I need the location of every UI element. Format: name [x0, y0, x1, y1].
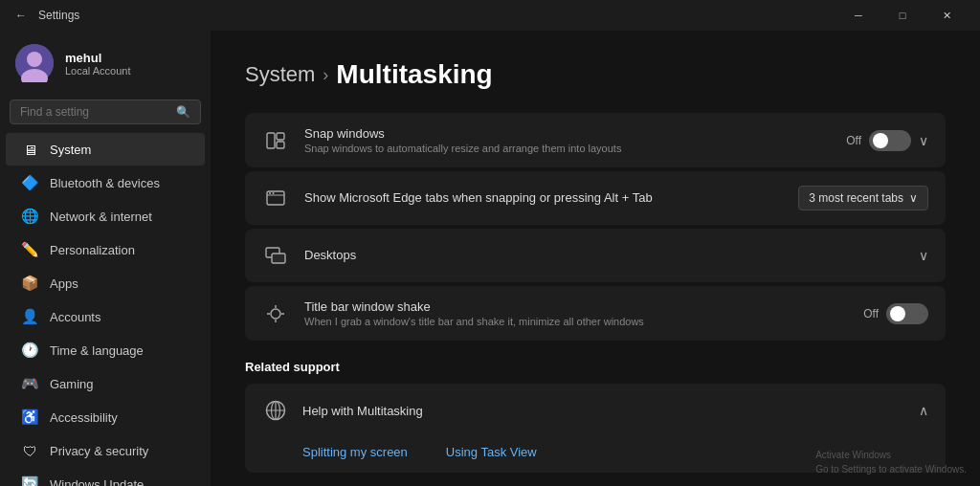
close-button[interactable]: ✕	[924, 0, 969, 31]
setting-control-snap-windows: Off ∨	[846, 130, 928, 151]
sidebar-item-time[interactable]: 🕐 Time & language	[6, 334, 205, 366]
back-button[interactable]: ←	[11, 6, 31, 25]
svg-rect-4	[277, 133, 284, 140]
chevron-snap-windows[interactable]: ∨	[919, 133, 928, 148]
nav-icon-bluetooth: 🔷	[21, 174, 38, 191]
setting-title-snap-windows: Snap windows	[304, 126, 831, 141]
titlebar-title: Settings	[38, 9, 836, 22]
content-area: System › Multitasking Snap windows Snap …	[211, 31, 980, 486]
support-link-1[interactable]: Using Task View	[446, 445, 537, 459]
nav-label-gaming: Gaming	[50, 377, 94, 391]
svg-rect-11	[272, 254, 285, 263]
dropdown-value-edge-tabs: 3 most recent tabs	[809, 191, 903, 205]
search-input[interactable]	[20, 105, 168, 119]
activate-line2: Go to Settings to activate Windows.	[815, 462, 967, 476]
support-header[interactable]: Help with Multitasking ∧	[245, 384, 946, 437]
setting-row-desktops[interactable]: Desktops ∨	[245, 229, 946, 282]
search-box[interactable]: 🔍	[10, 99, 201, 124]
settings-list: Snap windows Snap windows to automatical…	[245, 113, 946, 341]
breadcrumb-current: Multitasking	[336, 59, 492, 90]
nav-icon-accounts: 👤	[21, 308, 38, 325]
setting-title-title-bar-shake: Title bar window shake	[304, 299, 848, 314]
nav-label-network: Network & internet	[50, 210, 152, 224]
setting-icon-title-bar-shake	[262, 300, 289, 327]
setting-icon-snap-windows	[262, 127, 289, 154]
toggle-thumb-snap-windows	[873, 133, 888, 148]
toggle-title-bar-shake[interactable]	[886, 303, 928, 324]
setting-text-snap-windows: Snap windows Snap windows to automatical…	[304, 126, 831, 154]
sidebar-item-bluetooth[interactable]: 🔷 Bluetooth & devices	[6, 166, 205, 199]
titlebar: ← Settings ─ □ ✕	[0, 0, 980, 31]
sidebar-nav: 🖥 System 🔷 Bluetooth & devices 🌐 Network…	[0, 132, 211, 486]
breadcrumb-separator: ›	[323, 65, 328, 85]
globe-icon	[262, 397, 289, 424]
setting-icon-edge-tabs	[262, 185, 289, 211]
user-name: mehul	[65, 51, 131, 65]
nav-icon-apps: 📦	[21, 275, 38, 292]
chevron-desktops[interactable]: ∨	[919, 248, 928, 263]
avatar[interactable]	[15, 44, 54, 82]
user-section: mehul Local Account	[0, 31, 211, 96]
setting-text-desktops: Desktops	[304, 248, 903, 264]
nav-icon-personalization: ✏️	[21, 241, 38, 258]
nav-icon-system: 🖥	[21, 141, 38, 158]
svg-point-1	[27, 52, 42, 67]
setting-desc-title-bar-shake: When I grab a window's title bar and sha…	[304, 316, 848, 327]
main-layout: mehul Local Account 🔍 🖥 System 🔷 Bluetoo…	[0, 31, 980, 486]
nav-label-time: Time & language	[50, 343, 144, 358]
setting-card-title-bar-shake: Title bar window shake When I grab a win…	[245, 286, 946, 341]
sidebar-item-accounts[interactable]: 👤 Accounts	[6, 300, 205, 333]
sidebar-item-network[interactable]: 🌐 Network & internet	[6, 200, 205, 232]
nav-label-windows-update: Windows Update	[50, 477, 144, 487]
toggle-label-snap-windows: Off	[846, 134, 861, 147]
sidebar-item-privacy[interactable]: 🛡 Privacy & security	[6, 434, 205, 467]
nav-label-personalization: Personalization	[50, 243, 135, 257]
sidebar-item-personalization[interactable]: ✏️ Personalization	[6, 233, 205, 266]
svg-point-8	[269, 192, 271, 194]
search-icon: 🔍	[176, 105, 190, 119]
setting-text-title-bar-shake: Title bar window shake When I grab a win…	[304, 299, 848, 327]
sidebar-item-windows-update[interactable]: 🔄 Windows Update	[6, 468, 205, 486]
sidebar-item-gaming[interactable]: 🎮 Gaming	[6, 367, 205, 400]
nav-icon-time: 🕐	[21, 342, 38, 359]
toggle-label-title-bar-shake: Off	[863, 307, 879, 320]
setting-row-title-bar-shake[interactable]: Title bar window shake When I grab a win…	[245, 286, 946, 341]
setting-card-desktops: Desktops ∨	[245, 229, 946, 282]
toggle-thumb-title-bar-shake	[890, 306, 905, 321]
support-link-0[interactable]: Splitting my screen	[302, 445, 408, 459]
sidebar: mehul Local Account 🔍 🖥 System 🔷 Bluetoo…	[0, 31, 211, 486]
setting-title-desktops: Desktops	[304, 248, 903, 262]
related-support-title: Related support	[245, 360, 946, 374]
titlebar-controls: ─ □ ✕	[836, 0, 969, 31]
setting-row-edge-tabs[interactable]: Show Microsoft Edge tabs when snapping o…	[245, 171, 946, 225]
maximize-button[interactable]: □	[880, 0, 924, 31]
dropdown-edge-tabs[interactable]: 3 most recent tabs ∨	[798, 186, 928, 210]
nav-label-system: System	[50, 143, 91, 157]
activate-line1: Activate Windows	[815, 448, 967, 462]
nav-label-accessibility: Accessibility	[50, 410, 118, 425]
setting-card-snap-windows: Snap windows Snap windows to automatical…	[245, 113, 946, 167]
nav-label-accounts: Accounts	[50, 310, 100, 324]
nav-label-privacy: Privacy & security	[50, 444, 148, 458]
setting-title-edge-tabs: Show Microsoft Edge tabs when snapping o…	[304, 190, 783, 205]
setting-text-edge-tabs: Show Microsoft Edge tabs when snapping o…	[304, 190, 783, 207]
dropdown-chevron-edge-tabs: ∨	[909, 191, 918, 205]
svg-point-12	[271, 309, 280, 319]
setting-card-edge-tabs: Show Microsoft Edge tabs when snapping o…	[245, 171, 946, 225]
svg-point-9	[273, 192, 275, 194]
minimize-button[interactable]: ─	[836, 0, 880, 31]
setting-control-title-bar-shake: Off	[863, 303, 928, 324]
sidebar-item-system[interactable]: 🖥 System	[6, 133, 205, 166]
sidebar-item-accessibility[interactable]: ♿ Accessibility	[6, 401, 205, 433]
nav-icon-windows-update: 🔄	[21, 475, 38, 486]
setting-control-edge-tabs: 3 most recent tabs ∨	[798, 186, 928, 210]
breadcrumb-parent[interactable]: System	[245, 62, 315, 87]
nav-icon-privacy: 🛡	[21, 442, 38, 459]
user-info: mehul Local Account	[65, 51, 131, 77]
toggle-snap-windows[interactable]	[869, 130, 911, 151]
setting-row-snap-windows[interactable]: Snap windows Snap windows to automatical…	[245, 113, 946, 167]
sidebar-item-apps[interactable]: 📦 Apps	[6, 267, 205, 299]
setting-icon-desktops	[262, 242, 289, 269]
support-chevron[interactable]: ∧	[919, 403, 928, 418]
setting-desc-snap-windows: Snap windows to automatically resize and…	[304, 143, 831, 154]
